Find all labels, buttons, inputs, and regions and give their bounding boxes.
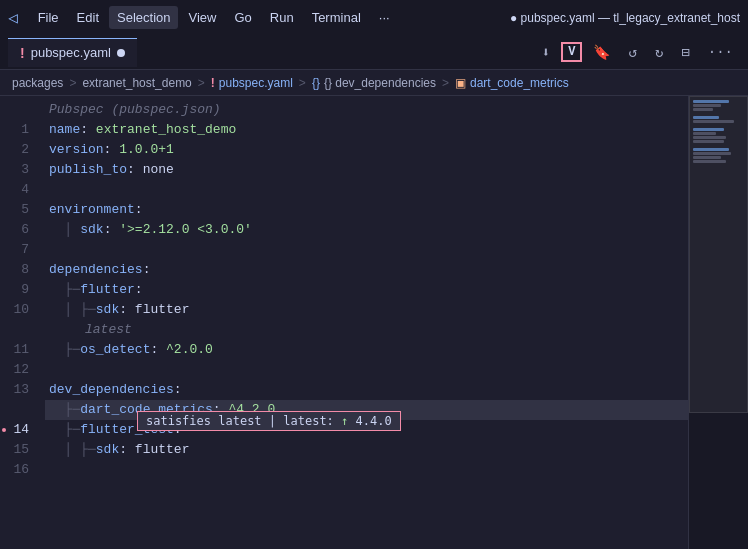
line-num-1: 1 bbox=[0, 120, 37, 140]
line-num-4: 4 bbox=[0, 180, 37, 200]
line-num-15: 15 bbox=[0, 440, 37, 460]
code-hint-line: Pubspec (pubspec.json) bbox=[45, 100, 688, 120]
menu-go[interactable]: Go bbox=[226, 6, 259, 29]
code-line-11: ├─os_detect: ^2.0.0 bbox=[45, 340, 688, 360]
code-key-deps: dependencies bbox=[49, 260, 143, 280]
code-key-publish: publish_to bbox=[49, 160, 127, 180]
undo-button[interactable]: ↺ bbox=[621, 41, 643, 64]
code-key-flutter: flutter bbox=[80, 280, 135, 300]
code-line-7 bbox=[45, 240, 688, 260]
menu-run[interactable]: Run bbox=[262, 6, 302, 29]
title-bar: ◁ File Edit Selection View Go Run Termin… bbox=[0, 0, 748, 35]
more-actions-button[interactable]: ··· bbox=[701, 41, 740, 63]
breadcrumb-extranet[interactable]: extranet_host_demo bbox=[82, 76, 191, 90]
split-editor-button[interactable]: ⊟ bbox=[674, 41, 696, 64]
code-key-sdk: sdk bbox=[80, 220, 103, 240]
download-button[interactable]: ⬇ bbox=[535, 41, 557, 64]
code-val-sdk: '>=2.12.0 <3.0.0' bbox=[119, 220, 252, 240]
tab-bar: ! pubspec.yaml ⬇ V 🔖 ↺ ↻ ⊟ ··· bbox=[0, 35, 748, 70]
code-indent-14: ├─ bbox=[49, 400, 80, 420]
code-line-8: dependencies: bbox=[45, 260, 688, 280]
breadcrumb: packages > extranet_host_demo > ! pubspe… bbox=[0, 70, 748, 96]
code-key-devdeps: dev_dependencies bbox=[49, 380, 174, 400]
redo-button[interactable]: ↻ bbox=[648, 41, 670, 64]
line-num-11: 11 bbox=[0, 340, 37, 360]
line-numbers: 1 2 3 4 5 6 7 8 9 10 11 12 13 14 15 16 bbox=[0, 96, 45, 549]
code-line-9: ├─flutter: bbox=[45, 280, 688, 300]
code-line-6: │ sdk: '>=2.12.0 <3.0.0' bbox=[45, 220, 688, 240]
line-num-5: 5 bbox=[0, 200, 37, 220]
code-colon-10: : bbox=[119, 300, 135, 320]
code-line-10: │ ├─sdk: flutter bbox=[45, 300, 688, 320]
breadcrumb-sep-2: > bbox=[198, 76, 205, 90]
bookmark-icon[interactable]: 🔖 bbox=[586, 41, 617, 64]
breadcrumb-packages[interactable]: packages bbox=[12, 76, 63, 90]
code-line-3: publish_to: none bbox=[45, 160, 688, 180]
code-indent-15: ├─ bbox=[49, 420, 80, 440]
version-button[interactable]: V bbox=[561, 42, 582, 62]
menu-bar: File Edit Selection View Go Run Terminal… bbox=[30, 6, 398, 29]
code-val-publish: none bbox=[143, 160, 174, 180]
code-colon-8: : bbox=[143, 260, 151, 280]
window-title: ● pubspec.yaml — tl_legacy_extranet_host bbox=[510, 11, 740, 25]
tab-pubspec-yaml[interactable]: ! pubspec.yaml bbox=[8, 38, 137, 67]
code-indent-6: │ bbox=[49, 220, 80, 240]
vscode-logo-icon: ◁ bbox=[8, 8, 18, 28]
breadcrumb-pubspec[interactable]: pubspec.yaml bbox=[219, 76, 293, 90]
breadcrumb-sep-3: > bbox=[299, 76, 306, 90]
code-line-12 bbox=[45, 360, 688, 380]
minimap[interactable] bbox=[688, 96, 748, 549]
hint-latest: latest bbox=[85, 320, 132, 340]
code-indent-11: ├─ bbox=[49, 340, 80, 360]
code-key-name: name bbox=[49, 120, 80, 140]
menu-file[interactable]: File bbox=[30, 6, 67, 29]
editor-actions: ⬇ V 🔖 ↺ ↻ ⊟ ··· bbox=[535, 41, 740, 64]
code-line-13: dev_dependencies: bbox=[45, 380, 688, 400]
code-hint-latest: latest bbox=[45, 320, 688, 340]
code-colon-1: : bbox=[80, 120, 96, 140]
line-num-16: 16 bbox=[0, 460, 37, 480]
line-num-14: 14 bbox=[0, 420, 37, 440]
code-colon-6: : bbox=[104, 220, 120, 240]
editor-content[interactable]: Pubspec (pubspec.json) name: extranet_ho… bbox=[45, 96, 688, 549]
code-key-sdk2: sdk bbox=[96, 300, 119, 320]
breadcrumb-dev-deps[interactable]: {} dev_dependencies bbox=[324, 76, 436, 90]
breadcrumb-pubspec-icon: ! bbox=[211, 76, 215, 90]
line-num-13b bbox=[0, 400, 37, 420]
code-colon-2: : bbox=[104, 140, 120, 160]
code-colon-3: : bbox=[127, 160, 143, 180]
code-colon-13: : bbox=[174, 380, 182, 400]
tab-file-icon: ! bbox=[20, 45, 25, 61]
line-num-8: 8 bbox=[0, 260, 37, 280]
menu-terminal[interactable]: Terminal bbox=[304, 6, 369, 29]
code-val-sdk3: flutter bbox=[135, 440, 190, 460]
breadcrumb-sep-4: > bbox=[442, 76, 449, 90]
code-line-2: version: 1.0.0+1 bbox=[45, 140, 688, 160]
code-line-16: │ ├─sdk: flutter bbox=[45, 440, 688, 460]
line-num-10b bbox=[0, 320, 37, 340]
code-val-os: ^2.0.0 bbox=[166, 340, 213, 360]
tab-modified-indicator bbox=[117, 49, 125, 57]
menu-edit[interactable]: Edit bbox=[69, 6, 107, 29]
code-val-sdk2: flutter bbox=[135, 300, 190, 320]
editor-container: 1 2 3 4 5 6 7 8 9 10 11 12 13 14 15 16 P… bbox=[0, 96, 748, 549]
menu-more[interactable]: ··· bbox=[371, 6, 398, 29]
menu-view[interactable]: View bbox=[180, 6, 224, 29]
line-num-2: 2 bbox=[0, 140, 37, 160]
code-val-version: 1.0.0+1 bbox=[119, 140, 174, 160]
code-line-4 bbox=[45, 180, 688, 200]
breadcrumb-dart-icon: ▣ bbox=[455, 76, 466, 90]
breadcrumb-dart-metrics[interactable]: dart_code_metrics bbox=[470, 76, 569, 90]
line-num-9: 9 bbox=[0, 280, 37, 300]
menu-selection[interactable]: Selection bbox=[109, 6, 178, 29]
minimap-viewport bbox=[689, 96, 748, 413]
code-colon-16: : bbox=[119, 440, 135, 460]
line-num-10: 10 bbox=[0, 300, 37, 320]
code-colon-5: : bbox=[135, 200, 143, 220]
line-num-7: 7 bbox=[0, 240, 37, 260]
tab-filename: pubspec.yaml bbox=[31, 45, 111, 60]
breadcrumb-sep-1: > bbox=[69, 76, 76, 90]
code-key-os: os_detect bbox=[80, 340, 150, 360]
line-num-hint bbox=[0, 100, 37, 120]
code-key-version: version bbox=[49, 140, 104, 160]
